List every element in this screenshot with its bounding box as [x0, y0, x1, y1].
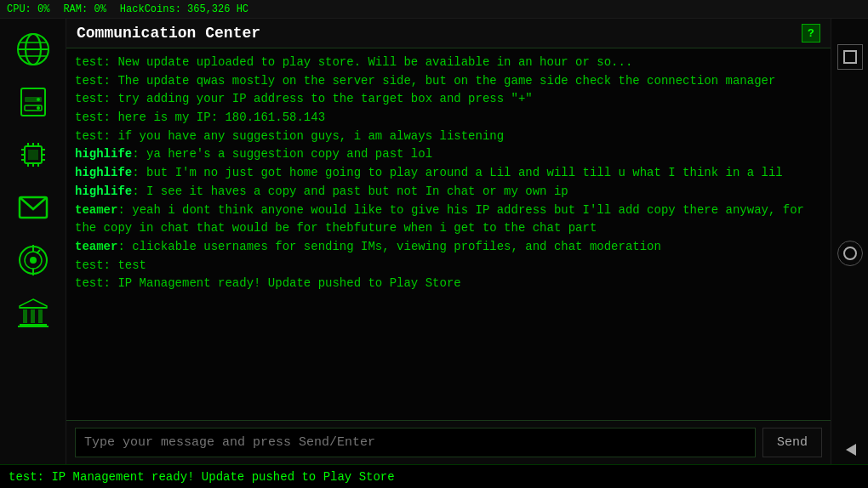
chat-message: test: The update qwas mostly on the serv…: [75, 72, 822, 91]
svg-rect-38: [844, 51, 856, 63]
svg-point-39: [844, 247, 856, 259]
chat-text: : I see it haves a copy and past but not…: [132, 184, 568, 198]
chat-message: teamer: yeah i dont think anyone would l…: [75, 201, 822, 238]
svg-rect-34: [23, 309, 27, 323]
sidebar-item-bank[interactable]: [9, 289, 57, 337]
chat-username[interactable]: highlife: [75, 147, 132, 161]
chat-text: : but I'm no just got home going to play…: [132, 166, 783, 179]
chat-area[interactable]: test: New update uploaded to play store.…: [66, 48, 831, 420]
chat-username[interactable]: test: [75, 92, 104, 105]
chat-text: : clickable usernames for sending IMs, v…: [117, 240, 661, 253]
sidebar-item-globe[interactable]: [9, 26, 57, 73]
svg-rect-11: [28, 150, 38, 160]
chat-message: highlife: but I'm no just got home going…: [75, 164, 822, 183]
svg-point-7: [37, 98, 40, 101]
chat-username[interactable]: test: [75, 55, 104, 69]
chat-text: : here is my IP: 180.161.58.143: [104, 111, 325, 124]
chat-message: test: here is my IP: 180.161.58.143: [75, 109, 822, 128]
chat-title: Communication Center: [77, 25, 260, 42]
svg-marker-40: [846, 444, 856, 456]
svg-line-30: [37, 250, 40, 253]
right-icon-square[interactable]: [837, 44, 863, 70]
chat-username[interactable]: test: [75, 74, 104, 88]
right-sidebar: [831, 19, 868, 488]
chat-username[interactable]: teamer: [75, 203, 117, 217]
chat-username[interactable]: test: [75, 276, 104, 290]
svg-point-27: [30, 257, 37, 264]
bottom-status-bar: test: IP Management ready! Update pushed…: [0, 464, 868, 488]
cpu-status: CPU: 0%: [7, 3, 49, 15]
chat-username[interactable]: test: [75, 258, 104, 272]
sidebar-item-chip[interactable]: [9, 131, 57, 179]
svg-rect-35: [31, 309, 35, 323]
chat-text: : ya here's a suggestion copy and past l…: [132, 147, 432, 161]
chat-message: test: IP Management ready! Update pushed…: [75, 275, 822, 293]
help-button[interactable]: ?: [802, 24, 820, 43]
input-area: Send: [66, 420, 831, 464]
right-icon-back[interactable]: [837, 437, 863, 462]
chat-message: test: if you have any suggestion guys, i…: [75, 128, 822, 146]
center-panel: Communication Center ? test: New update …: [66, 19, 831, 464]
chat-username[interactable]: highlife: [75, 166, 132, 179]
sidebar-item-document[interactable]: [9, 78, 57, 126]
chat-username[interactable]: teamer: [75, 240, 117, 253]
main-layout: Communication Center ? test: New update …: [0, 19, 868, 488]
status-bar: CPU: 0% RAM: 0% HackCoins: 365,326 HC: [0, 0, 868, 19]
chat-message: test: New update uploaded to play store.…: [75, 54, 822, 72]
chat-text: : if you have any suggestion guys, i am …: [104, 129, 504, 143]
sidebar-item-target[interactable]: [9, 236, 57, 284]
svg-marker-31: [20, 299, 47, 308]
chat-header: Communication Center ?: [66, 19, 831, 48]
chat-message: test: test: [75, 257, 822, 275]
svg-rect-36: [38, 309, 43, 323]
chat-username[interactable]: highlife: [75, 184, 132, 198]
message-input[interactable]: [75, 428, 756, 457]
chat-message: test: try adding your IP address to the …: [75, 90, 822, 109]
chat-message: highlife: I see it haves a copy and past…: [75, 183, 822, 201]
chat-username[interactable]: test: [75, 129, 104, 143]
ram-status: RAM: 0%: [63, 3, 106, 15]
chat-message: teamer: clickable usernames for sending …: [75, 238, 822, 257]
left-sidebar: [0, 19, 66, 488]
svg-point-9: [37, 106, 40, 110]
sidebar-item-mail[interactable]: [9, 184, 57, 231]
chat-message: highlife: ya here's a suggestion copy an…: [75, 145, 822, 164]
bottom-status-text: test: IP Management ready! Update pushed…: [9, 470, 395, 484]
send-button[interactable]: Send: [762, 428, 822, 457]
chat-text: : The update qwas mostly on the server s…: [104, 74, 776, 88]
chat-text: : New update uploaded to play store. Wil…: [104, 55, 633, 69]
right-icon-circle[interactable]: [837, 241, 863, 266]
chat-text: : IP Management ready! Update pushed to …: [104, 276, 461, 290]
chat-text: : yeah i dont think anyone would like to…: [75, 203, 804, 235]
chat-text: : test: [104, 258, 146, 272]
chat-username[interactable]: test: [75, 111, 104, 124]
hackcoins-status: HackCoins: 365,326 HC: [120, 3, 248, 15]
chat-text: : try adding your IP address to the targ…: [104, 92, 533, 105]
